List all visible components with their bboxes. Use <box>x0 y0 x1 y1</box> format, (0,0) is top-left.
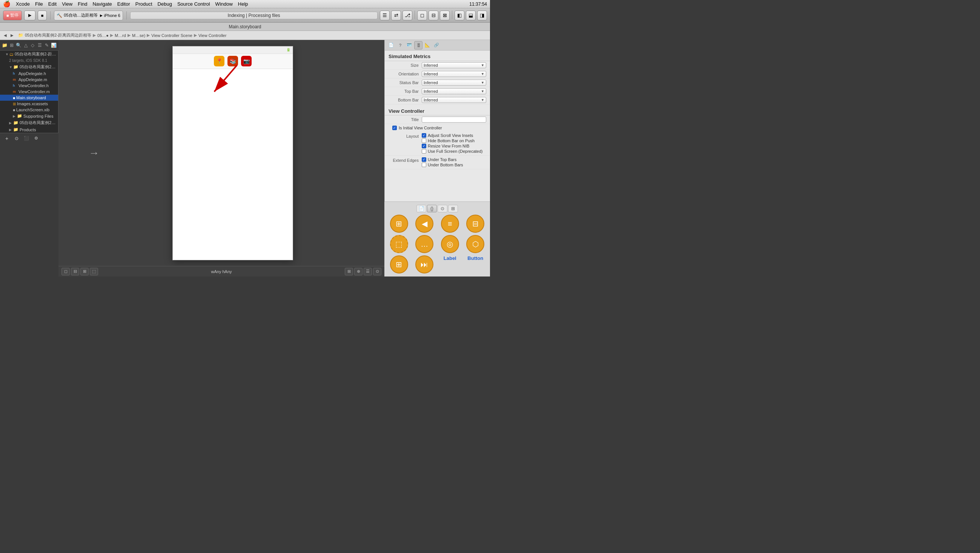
assistant-button[interactable]: ⇄ <box>391 11 401 21</box>
menu-source-control[interactable]: Source Control <box>177 1 210 7</box>
navigator-toggle[interactable]: ◧ <box>455 11 465 21</box>
icon-cell-playnext[interactable]: ⏭ <box>413 255 436 273</box>
breadcrumb-item-6[interactable]: View Controller <box>199 33 226 38</box>
tree-item-products[interactable]: ▶ 📁 Products <box>0 126 58 133</box>
menu-view[interactable]: View <box>62 1 72 7</box>
sidebar-collapse-button[interactable]: ⬛ <box>22 135 30 142</box>
sidebar-symbols-btn[interactable]: ⊞ <box>9 41 15 49</box>
canvas-zoom-in-btn[interactable]: ⊕ <box>354 268 363 275</box>
tree-item-tests-group[interactable]: ▶ 📁 05自动布局案例2-····四周边距相等Tests <box>0 119 58 126</box>
sidebar-issues-btn[interactable]: △ <box>22 41 29 49</box>
canvas-list-btn[interactable]: ☰ <box>364 268 372 275</box>
breadcrumb-item-0[interactable]: 📁 <box>18 33 23 38</box>
menu-xcode[interactable]: Xcode <box>16 1 30 7</box>
tree-item-appdelegate-h[interactable]: h AppDelegate.h <box>0 70 58 76</box>
breadcrumb-item-5[interactable]: View Controller Scene <box>151 33 192 38</box>
breadcrumb-item-3[interactable]: M…rd <box>115 33 126 38</box>
breadcrumb-item-1[interactable]: 05自动布局案例2-距离四周边距相等 <box>25 32 91 38</box>
under-bottom-bars-checkbox[interactable] <box>422 162 426 167</box>
icon-lib-objects-btn[interactable]: {} <box>427 205 437 212</box>
menu-navigate[interactable]: Navigate <box>92 1 111 7</box>
adjust-scroll-insets-checkbox[interactable]: ✓ <box>422 133 426 138</box>
tree-item-main-storyboard[interactable]: ■ Main.storyboard <box>0 95 58 101</box>
sidebar-search-btn[interactable]: 🔍 <box>16 41 22 49</box>
is-initial-vc-checkbox[interactable]: ✓ <box>392 126 397 130</box>
icon-lib-media-btn[interactable]: ⊙ <box>438 205 447 212</box>
inspector-quick-help-btn[interactable]: ? <box>396 41 404 49</box>
status-bar-select[interactable]: Inferred ▼ <box>422 79 486 86</box>
canvas-settings-btn[interactable]: ◻ <box>62 268 70 275</box>
tree-item-images-xcassets[interactable]: ⊞ Images.xcassets <box>0 101 58 107</box>
resize-view-nib-checkbox[interactable]: ✓ <box>422 144 426 148</box>
use-full-screen-checkbox[interactable] <box>422 149 426 154</box>
under-top-bars-checkbox[interactable]: ✓ <box>422 157 426 162</box>
top-bar-select[interactable]: Inferred ▼ <box>422 88 486 94</box>
tree-item-launchscreen[interactable]: ■ LaunchScreen.xib <box>0 107 58 113</box>
sidebar-debug-btn[interactable]: ☰ <box>37 41 43 49</box>
menu-product[interactable]: Product <box>135 1 153 7</box>
icon-cell-dashed[interactable]: ⬚ <box>387 235 411 253</box>
sidebar-breakpoints-btn[interactable]: ✎ <box>44 41 50 49</box>
menu-help[interactable]: Help <box>238 1 248 7</box>
icon-cell-table[interactable]: ≡ <box>438 215 462 233</box>
canvas-zoom-out-btn[interactable]: ⬚ <box>90 268 98 275</box>
canvas-grid-btn[interactable]: ⊞ <box>345 268 353 275</box>
icon-cell-dots[interactable]: … <box>413 235 436 253</box>
tree-item-project[interactable]: ▼ 🗂 05自动布局案例2-距离四周边距相等 <box>0 51 58 58</box>
inspector-identity-btn[interactable]: 🪪 <box>405 41 414 49</box>
apple-menu[interactable]: 🍎 <box>3 0 11 8</box>
inspector-toggle[interactable]: ◨ <box>477 11 487 21</box>
inspector-connections-btn[interactable]: 🔗 <box>432 41 441 49</box>
icon-cell-button[interactable]: Button <box>464 255 487 273</box>
menu-edit[interactable]: Edit <box>48 1 57 7</box>
stop-button[interactable]: ■ 暂停 <box>3 11 22 21</box>
debug-area-toggle[interactable]: ⬓ <box>466 11 476 21</box>
canvas-frame-btn[interactable]: ⊞ <box>80 268 89 275</box>
breadcrumb-back[interactable]: ◀ <box>2 32 8 38</box>
run-button[interactable]: ▶ <box>24 11 35 21</box>
icon-cell-grid2[interactable]: ⊞ <box>387 255 411 273</box>
sidebar-folders-btn[interactable]: 📁 <box>2 41 8 49</box>
iphone-simulator-frame[interactable]: 🔋 📍 📚 📷 <box>172 46 293 260</box>
icon-cell-view[interactable]: ⊞ <box>387 215 411 233</box>
sidebar-reports-btn[interactable]: 📊 <box>51 41 57 49</box>
menu-file[interactable]: File <box>35 1 43 7</box>
version-editor-button[interactable]: ⊠ <box>440 11 450 21</box>
icon-cell-back[interactable]: ◀ <box>413 215 436 233</box>
tree-item-supporting-files[interactable]: ▶ 📁 Supporting Files <box>0 113 58 119</box>
scheme-selector[interactable]: 🔨 05自动…边距相等 ▶ iPhone 6 <box>54 11 123 21</box>
nav-pane-toggle[interactable]: ☰ <box>380 11 390 21</box>
size-select[interactable]: Inferred ▼ <box>422 62 486 68</box>
tree-item-appdelegate-m[interactable]: m AppDelegate.m <box>0 76 58 83</box>
menu-window[interactable]: Window <box>215 1 233 7</box>
sidebar-expand-button[interactable]: ⚙ <box>32 135 40 142</box>
tree-item-main-group[interactable]: ▼ 📁 05自动布局案例2-距离四周边距相等 <box>0 64 58 70</box>
menu-find[interactable]: Find <box>78 1 87 7</box>
canvas-fit-btn[interactable]: ⊟ <box>71 268 79 275</box>
bottom-bar-select[interactable]: Inferred ▼ <box>422 97 486 103</box>
icon-cell-label[interactable]: Label <box>438 255 462 273</box>
sidebar-tests-btn[interactable]: ◇ <box>30 41 36 49</box>
hide-bottom-bar-checkbox[interactable] <box>422 138 426 143</box>
icon-cell-cube[interactable]: ⬡ <box>464 235 487 253</box>
build-button[interactable]: ■ <box>38 11 47 21</box>
inspector-attributes-btn[interactable]: 🎛 <box>414 41 423 49</box>
icon-cell-split[interactable]: ⊟ <box>464 215 487 233</box>
icon-lib-file-btn[interactable]: 📄 <box>417 205 426 212</box>
assistant-editor-button[interactable]: ⊟ <box>428 11 438 21</box>
vc-title-input[interactable] <box>422 116 486 122</box>
breadcrumb-item-2[interactable]: 05…● <box>97 33 109 38</box>
icon-cell-circle-cam[interactable]: ◎ <box>438 235 462 253</box>
tree-item-viewcontroller-h[interactable]: h ViewController.h <box>0 83 58 89</box>
inspector-size-btn[interactable]: 📐 <box>423 41 431 49</box>
version-button[interactable]: ⎇ <box>402 11 412 21</box>
add-file-button[interactable]: + <box>3 135 11 142</box>
menu-debug[interactable]: Debug <box>158 1 172 7</box>
standard-editor-button[interactable]: ◻ <box>417 11 427 21</box>
breadcrumb-forward[interactable]: ▶ <box>9 32 15 38</box>
breadcrumb-item-4[interactable]: M…se) <box>132 33 145 38</box>
icon-lib-snippets-btn[interactable]: ⊞ <box>448 205 458 212</box>
sidebar-filter-button[interactable]: ⊙ <box>13 135 21 142</box>
canvas-circle-btn[interactable]: ⊙ <box>373 268 381 275</box>
tree-item-viewcontroller-m[interactable]: m ViewController.m <box>0 89 58 95</box>
